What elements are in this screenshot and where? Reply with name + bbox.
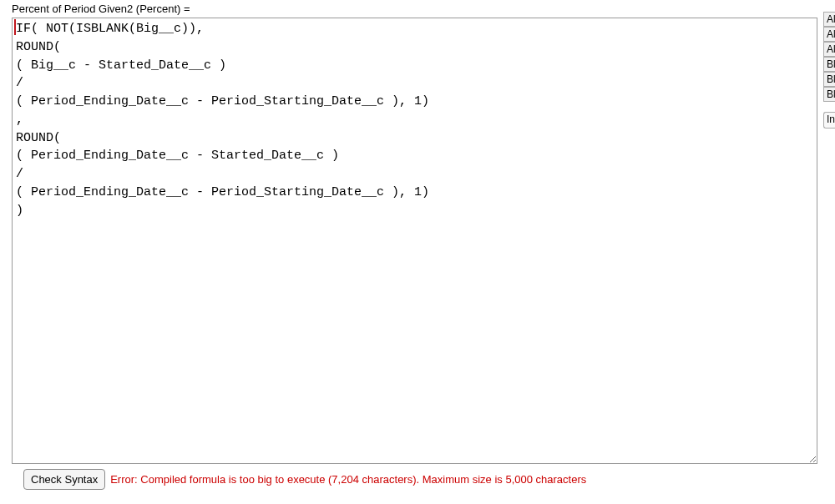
side-tab[interactable]: Bl: [823, 87, 835, 102]
formula-footer: Check Syntax Error: Compiled formula is …: [0, 464, 835, 490]
formula-editor-textarea[interactable]: [12, 18, 817, 464]
side-tab[interactable]: Al: [823, 42, 835, 57]
insert-tab[interactable]: In: [823, 112, 835, 129]
right-side-tabs: Al Al Al Bl Bl Bl In: [823, 12, 835, 129]
formula-field-label: Percent of Period Given2 (Percent) =: [0, 0, 835, 18]
side-tab[interactable]: Al: [823, 12, 835, 27]
side-tab[interactable]: Bl: [823, 57, 835, 72]
side-tab[interactable]: Al: [823, 27, 835, 42]
syntax-error-message: Error: Compiled formula is too big to ex…: [110, 473, 586, 486]
check-syntax-button[interactable]: Check Syntax: [23, 469, 105, 490]
side-tab[interactable]: Bl: [823, 72, 835, 87]
